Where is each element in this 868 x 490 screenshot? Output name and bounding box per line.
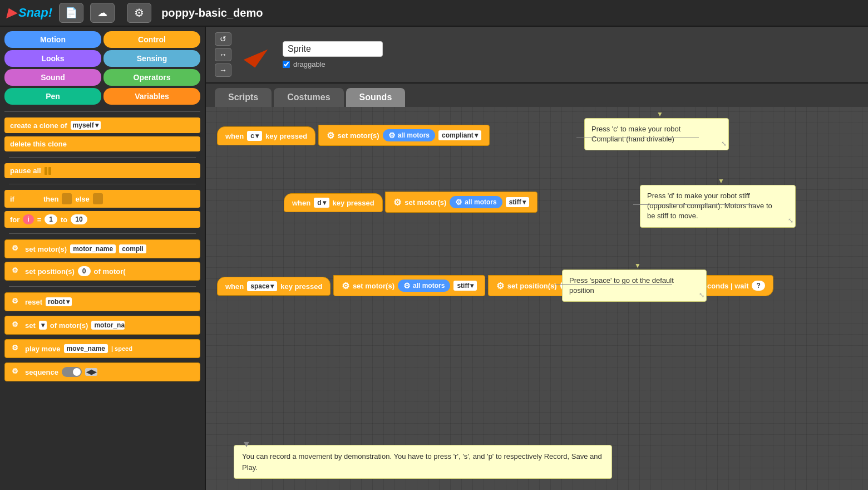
view-buttons: ↺ ↔ → bbox=[215, 32, 231, 77]
robot-icon-4: ⚙ bbox=[12, 320, 22, 330]
divider5 bbox=[9, 286, 196, 287]
cloud-button[interactable]: ☁ bbox=[90, 3, 115, 23]
reset-block[interactable]: ⚙ reset robot ▾ bbox=[4, 292, 200, 311]
sprite-info: draggable bbox=[283, 41, 383, 68]
for-block[interactable]: for i = 1 to 10 bbox=[4, 211, 200, 228]
tab-costumes[interactable]: Costumes bbox=[274, 88, 343, 107]
when-c-hat[interactable]: when c ▾ key pressed bbox=[217, 126, 315, 145]
category-looks[interactable]: Looks bbox=[4, 50, 101, 67]
robot-icon-d: ⚙ bbox=[393, 197, 401, 208]
robot-icon-c: ⚙ bbox=[327, 130, 334, 141]
sprite-name-input[interactable] bbox=[283, 41, 383, 57]
sprite-area: ↺ ↔ → draggable bbox=[206, 27, 868, 84]
set-motors-c-block[interactable]: ⚙ set motor(s) ⚙ all motors compliant ▾ bbox=[318, 125, 490, 146]
category-control[interactable]: Control bbox=[103, 31, 200, 48]
divider3 bbox=[9, 184, 196, 184]
robot-icon-3: ⚙ bbox=[12, 297, 22, 307]
main-area: Motion Control Looks Sensing Sound Opera… bbox=[0, 27, 868, 490]
bottom-note: ▼ You can record a movement by demonstra… bbox=[234, 445, 612, 479]
category-sensing[interactable]: Sensing bbox=[103, 50, 200, 67]
categories: Motion Control Looks Sensing Sound Opera… bbox=[0, 27, 205, 109]
comment-space-key: Press 'space' to go ot the default posit… bbox=[562, 270, 707, 302]
script-group-1: when c ▾ key pressed ⚙ set motor(s) ⚙ al… bbox=[217, 124, 490, 146]
sprite-icon bbox=[240, 38, 274, 71]
category-variables[interactable]: Variables bbox=[103, 88, 200, 105]
sequence-block[interactable]: ⚙ sequence ◀▶ bbox=[4, 362, 200, 381]
set-motors-block-1[interactable]: ⚙ set motor(s) motor_name compli bbox=[4, 239, 200, 258]
set-of-motor-block[interactable]: ⚙ set ▾ of motor(s) motor_nam bbox=[4, 316, 200, 335]
topbar: ▶Snap! 📄 ☁ ⚙ poppy-basic_demo bbox=[0, 0, 868, 27]
comment-d-key: Press 'd' to make your robot stiff(oppos… bbox=[640, 185, 796, 228]
script-area[interactable]: when c ▾ key pressed ⚙ set motor(s) ⚙ al… bbox=[206, 107, 868, 490]
category-sound[interactable]: Sound bbox=[4, 69, 101, 86]
right-panel: ↺ ↔ → draggable Scripts Costumes Sound bbox=[206, 27, 868, 490]
set-positions-block-1[interactable]: ⚙ set position(s) 0 of motor( bbox=[4, 262, 200, 281]
new-button[interactable]: 📄 bbox=[59, 3, 83, 23]
robot-icon: ⚙ bbox=[12, 244, 22, 254]
set-motors-d-block[interactable]: ⚙ set motor(s) ⚙ all motors stiff ▾ bbox=[385, 192, 537, 213]
set-motors-space-block[interactable]: ⚙ set motor(s) ⚙ all motors stiff ▾ bbox=[333, 275, 485, 296]
script-group-2: when d ▾ key pressed ⚙ set motor(s) ⚙ al… bbox=[284, 190, 537, 213]
project-title: poppy-basic_demo bbox=[161, 7, 263, 19]
draggable-checkbox[interactable] bbox=[283, 61, 290, 68]
delete-clone-block[interactable]: delete this clone bbox=[4, 136, 200, 151]
settings-button[interactable]: ⚙ bbox=[127, 3, 151, 23]
logo: ▶Snap! bbox=[7, 6, 52, 20]
category-operators[interactable]: Operators bbox=[103, 69, 200, 86]
category-motion[interactable]: Motion bbox=[4, 31, 101, 48]
rotate-view-btn[interactable]: ↺ bbox=[215, 32, 231, 46]
sprite-draggable: draggable bbox=[283, 60, 383, 68]
robot-icon-sp: ⚙ bbox=[342, 281, 349, 291]
pause-all-block[interactable]: pause all bbox=[4, 163, 200, 178]
divider bbox=[4, 111, 200, 112]
play-move-block[interactable]: ⚙ play move move_name | speed bbox=[4, 339, 200, 358]
stretch-view-btn[interactable]: ↔ bbox=[215, 48, 231, 61]
category-pen[interactable]: Pen bbox=[4, 88, 101, 105]
comment-line-3 bbox=[555, 284, 672, 285]
robot-icon-5: ⚙ bbox=[12, 344, 22, 354]
arrow-view-btn[interactable]: → bbox=[215, 63, 231, 77]
robot-icon-2: ⚙ bbox=[12, 266, 22, 276]
blocks-list: create a clone of myself ▾ delete this c… bbox=[0, 114, 205, 490]
blocks-palette: Motion Control Looks Sensing Sound Opera… bbox=[0, 27, 206, 490]
comment-line-2 bbox=[633, 204, 756, 205]
tabs: Scripts Costumes Sounds bbox=[206, 84, 868, 107]
when-space-hat[interactable]: when space ▾ key pressed bbox=[217, 277, 331, 296]
when-d-hat[interactable]: when d ▾ key pressed bbox=[284, 193, 383, 212]
robot-icon-6: ⚙ bbox=[12, 367, 22, 377]
comment-line-1 bbox=[576, 138, 699, 138]
if-then-else-block[interactable]: if then else bbox=[4, 190, 200, 208]
robot-icon-pos: ⚙ bbox=[496, 281, 504, 291]
create-clone-block[interactable]: create a clone of myself ▾ bbox=[4, 117, 200, 133]
tab-scripts[interactable]: Scripts bbox=[215, 88, 272, 107]
tab-sounds[interactable]: Sounds bbox=[346, 88, 406, 107]
comment-c-key: Press 'c' to make your robotCompliant (h… bbox=[584, 118, 729, 150]
divider4 bbox=[9, 233, 196, 234]
divider2 bbox=[9, 157, 196, 158]
